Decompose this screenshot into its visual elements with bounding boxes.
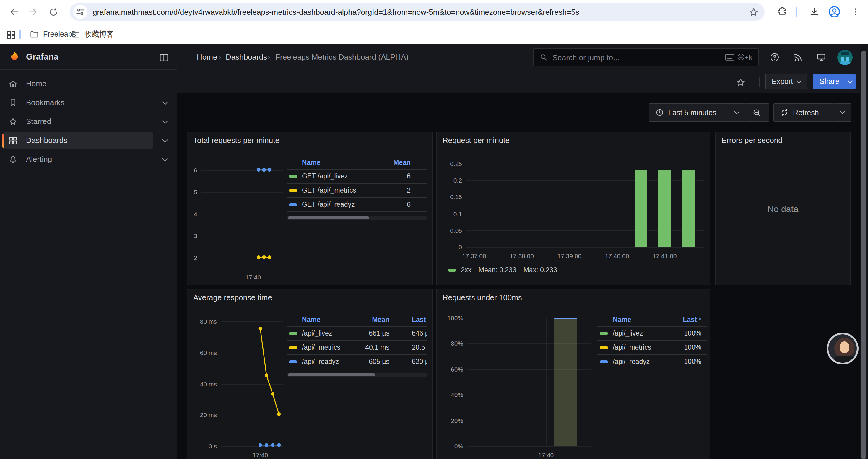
extensions-button[interactable] [774,4,790,20]
time-range-picker[interactable]: Last 5 minutes [649,103,745,122]
legend-row[interactable]: /api/_livez661 µs646 µs [286,327,427,340]
search-input[interactable] [553,53,720,62]
legend-row[interactable]: /api/_readyz605 µs620 µs [286,355,427,369]
legend-series-name[interactable]: 2xx [461,266,471,273]
legend-column-header[interactable]: Last * [683,313,701,326]
star-icon [735,77,745,87]
breadcrumb-dashboards[interactable]: Dashboards [226,44,267,70]
panel-request-per-minute: Request per minute 00.050.10.150.20.2517… [436,132,710,285]
panel-requests-under-100ms: Requests under 100ms 0%20%40%60%80%100%1… [436,289,710,459]
back-button[interactable] [6,4,23,20]
legend-row[interactable]: /api/_metrics100% [597,341,707,355]
y-axis-tick-label: 40% [437,391,463,399]
gridline [617,164,617,247]
search-box[interactable]: ⌘+k [533,48,759,66]
sidebar-item-bookmarks[interactable]: Bookmarks [0,93,177,112]
series-line [260,328,279,414]
favorite-dashboard-button[interactable] [730,72,750,92]
legend-h-scrollbar[interactable] [286,216,427,220]
legend-row[interactable]: GET /api/_readyz6 [286,198,427,211]
breadcrumb-separator: › [219,44,221,70]
legend-column-header[interactable]: Last * [412,313,427,326]
sidebar-item-starred[interactable]: Starred [0,112,177,131]
page-scrollbar[interactable] [860,44,868,459]
legend-cell: 661 µs [369,327,390,340]
legend-column-header[interactable]: Name [302,156,320,169]
y-axis-tick-label: 0.15 [437,193,462,201]
brand-name[interactable]: Grafana [26,44,59,70]
legend-cell: 620 µs [412,355,427,369]
sidebar-item-home[interactable]: Home [0,74,177,93]
reload-button[interactable] [45,4,61,20]
sidebar-item-label: Bookmarks [26,93,64,112]
legend-max-stat: Max: 0.233 [524,266,557,273]
profile-button[interactable] [826,4,843,20]
apps-grid-button[interactable] [5,28,18,41]
legend-column-header[interactable]: Name [613,313,631,326]
legend-cell: 100% [684,327,701,340]
help-icon [769,52,780,63]
x-axis-tick-label: 17:41:00 [646,252,684,260]
y-axis-tick-label: 0% [437,442,463,450]
panel-average-response-time: Average response time 0 s20 ms40 ms60 ms… [187,289,433,459]
legend-row[interactable]: GET /api/_livez6 [286,169,427,183]
screen-button[interactable] [811,47,831,67]
bookmark-page-button[interactable] [749,7,759,17]
legend-cell: 2 [407,184,411,197]
chevron-down-icon[interactable] [162,156,168,162]
sidebar: Grafana Home Bookmarks Starred [0,44,177,459]
share-button[interactable]: Share [813,74,846,89]
collapse-sidebar-button[interactable] [157,50,171,64]
assistant-avatar[interactable] [827,333,859,364]
url-bar[interactable]: grafana.mathmast.com/d/deytv4rwavabkb/fr… [70,3,765,21]
zoom-out-time-button[interactable] [745,103,769,122]
bookmarks-bar: Freeleaps 收藏博客 [0,24,868,44]
legend-row[interactable]: GET /api/_metrics2 [286,184,427,197]
data-point [277,412,281,416]
site-settings-button[interactable] [73,5,88,19]
sidebar-item-dashboards[interactable]: Dashboards [0,131,177,150]
legend-row[interactable]: /api/_readyz100% [597,355,707,369]
y-axis-tick-label: 0 [437,243,462,251]
grafana-logo[interactable] [8,50,21,64]
legend-cell: 100% [684,355,701,369]
browser-menu-icon [851,7,860,17]
data-point [265,373,268,377]
legend-h-scrollbar[interactable] [286,373,427,377]
y-axis-tick-label: 0.25 [437,160,462,168]
help-button[interactable] [765,47,785,67]
browser-menu-button[interactable] [847,4,864,20]
legend-cell: /api/_metrics [613,341,651,355]
bookmark-folder-blogs[interactable]: 收藏博客 [66,27,119,42]
refresh-interval-button[interactable] [834,103,851,122]
sidebar-item-label: Alerting [26,150,52,169]
share-menu-button[interactable] [844,74,856,89]
sidebar-item-alerting[interactable]: Alerting [0,150,177,169]
chart-legend[interactable]: 2xx Mean: 0.233 Max: 0.233 [448,266,564,273]
legend-column-header[interactable]: Mean [393,156,411,169]
legend-cell: GET /api/_metrics [302,184,356,197]
gridline [522,164,522,247]
bar-chart-canvas[interactable]: 00.050.10.150.20.2517:37:0017:38:0017:39… [437,132,710,285]
legend-row[interactable]: /api/_livez100% [597,327,707,340]
chevron-down-icon[interactable] [162,99,168,105]
active-indicator [2,133,4,148]
sidebar-brand-row: Grafana [0,44,177,70]
forward-button[interactable] [25,4,41,20]
legend-column-header[interactable]: Name [302,313,320,326]
chevron-down-icon[interactable] [162,118,168,124]
folder-icon [71,30,80,39]
downloads-button[interactable] [806,4,823,20]
user-avatar[interactable] [837,50,852,65]
news-button[interactable] [788,47,808,67]
download-icon [809,6,819,17]
export-button[interactable]: Export [765,74,807,89]
data-point [268,256,271,259]
scrollbar-thumb[interactable] [861,51,866,459]
legend-row[interactable]: /api/_metrics40.1 ms20.5 ms [286,341,427,355]
legend-column-header[interactable]: Mean [372,313,390,326]
chevron-down-icon[interactable] [162,137,168,143]
series-color-pill [289,360,297,363]
breadcrumb-home[interactable]: Home [197,44,217,70]
refresh-button[interactable]: Refresh [773,103,834,122]
